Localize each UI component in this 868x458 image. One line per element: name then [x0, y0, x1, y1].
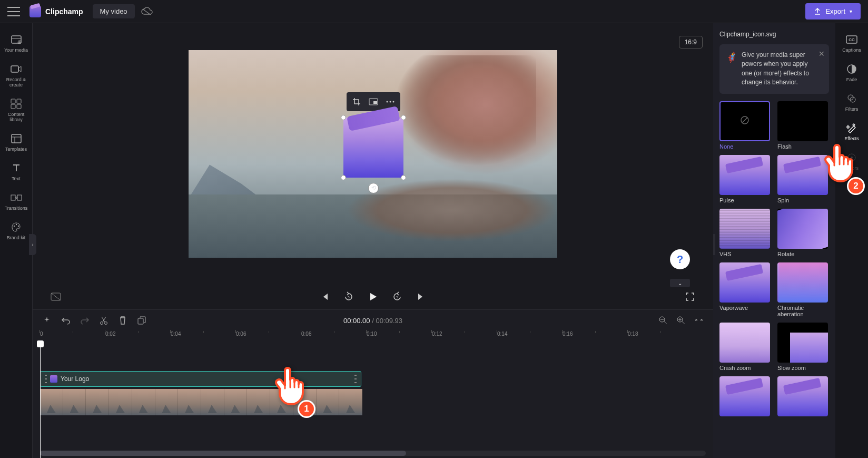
svg-rect-5	[11, 104, 15, 109]
skip-back-icon	[317, 289, 332, 304]
ruler-tick: 0:10	[367, 331, 377, 337]
svg-text:CC: CC	[849, 37, 855, 42]
timeline-scrollbar[interactable]	[40, 451, 706, 456]
media-icon	[9, 34, 23, 45]
zoom-out-icon[interactable]	[657, 315, 669, 326]
timeline-ruler[interactable]: 00:020:040:060:080:100:120:140:160:18	[33, 331, 713, 345]
cloud-sync-icon[interactable]	[141, 7, 153, 16]
magic-icon[interactable]	[41, 315, 53, 326]
effect-label: Spin	[777, 197, 829, 203]
effect-vhs[interactable]: VHS	[719, 209, 771, 257]
crop-icon[interactable]	[349, 94, 364, 109]
brand-name: Clipchamp	[45, 7, 83, 16]
delete-icon[interactable]	[117, 315, 129, 326]
superhero-emoji-icon: 🦸	[726, 51, 737, 87]
undo-icon[interactable]	[60, 315, 72, 326]
split-icon[interactable]	[98, 315, 110, 326]
effect-thumb	[777, 209, 828, 249]
rail-fade[interactable]: Fade	[835, 58, 868, 87]
duplicate-icon[interactable]	[136, 315, 147, 326]
timeline-time: 00:00.00 / 00:09.93	[343, 317, 402, 325]
sidebar-content-library[interactable]: Content library	[0, 93, 32, 128]
topbar: Clipchamp My video Export ▾	[0, 0, 868, 23]
sidebar-brand-kit[interactable]: Brand kit	[0, 216, 32, 246]
scrollbar-thumb[interactable]	[40, 451, 406, 456]
resize-handle[interactable]	[341, 115, 346, 120]
clip-handle-right[interactable]	[354, 375, 357, 383]
project-name-input[interactable]: My video	[93, 4, 135, 18]
rail-colors[interactable]: Colors	[835, 147, 868, 176]
svg-point-10	[13, 226, 14, 227]
zoom-in-icon[interactable]	[675, 315, 687, 326]
rail-effects[interactable]: Effects	[835, 117, 868, 147]
effect-label: Rotate	[777, 251, 829, 257]
fit-icon[interactable]	[693, 315, 705, 326]
logo-clip[interactable]: Your Logo	[40, 371, 361, 387]
resize-handle[interactable]	[341, 175, 346, 180]
hamburger-menu-icon[interactable]	[7, 7, 20, 16]
preview-area: 16:9 ⟲	[33, 23, 713, 284]
fullscreen-icon[interactable]	[683, 289, 697, 304]
close-icon[interactable]: ✕	[818, 48, 825, 59]
sidebar-templates[interactable]: Templates	[0, 128, 32, 157]
export-label: Export	[825, 7, 845, 15]
svg-point-22	[105, 322, 107, 325]
rail-filters[interactable]: Filters	[835, 87, 868, 117]
effect-pulse[interactable]: Pulse	[719, 155, 771, 203]
effect-vaporwave[interactable]: Vaporwave	[719, 262, 771, 317]
sidebar-record-create[interactable]: Record & create	[0, 58, 32, 93]
effect-flash[interactable]: Flash	[777, 101, 829, 150]
effect-rotate[interactable]: Rotate	[777, 209, 829, 257]
timeline-zoom	[657, 315, 705, 326]
playhead[interactable]	[40, 345, 41, 458]
collapse-panel-icon[interactable]: ›	[713, 234, 715, 255]
resize-handle[interactable]	[401, 115, 406, 120]
sidebar-transitions[interactable]: Transitions	[0, 187, 32, 216]
effect-thumb	[719, 376, 770, 416]
clipchamp-logo-icon	[343, 118, 403, 178]
clip-handle-left[interactable]	[45, 375, 47, 383]
svg-point-11	[15, 224, 16, 225]
pip-icon[interactable]	[366, 94, 381, 109]
effect-spin[interactable]: Spin	[777, 155, 829, 203]
library-icon	[9, 98, 23, 110]
rotate-handle[interactable]: ⟲	[368, 183, 379, 193]
sidebar-text[interactable]: Text	[0, 157, 32, 187]
rail-captions[interactable]: CC Captions	[835, 28, 868, 58]
effect-thumb	[777, 101, 828, 141]
ruler-tick: 0:12	[432, 331, 442, 337]
panel-title: Clipchamp_icon.svg	[719, 31, 829, 38]
skip-forward-icon[interactable]	[414, 289, 429, 304]
effect-slow-zoom[interactable]: Slow zoom	[777, 323, 829, 371]
play-button[interactable]	[366, 289, 380, 304]
effect-item[interactable]	[719, 376, 771, 418]
video-clip[interactable]	[40, 389, 362, 415]
sidebar-your-media[interactable]: Your media	[0, 28, 32, 58]
redo-icon[interactable]	[79, 315, 91, 326]
svg-point-17	[393, 101, 394, 102]
selected-media-overlay[interactable]: ⟲	[343, 118, 403, 178]
forward-icon[interactable]: 5	[390, 289, 405, 304]
aspect-ratio-badge[interactable]: 16:9	[679, 36, 703, 48]
hide-overlays-icon[interactable]	[48, 289, 63, 304]
ruler-tick: 0:04	[171, 331, 181, 337]
clipchamp-logo-icon	[29, 6, 41, 17]
effect-none[interactable]: None	[719, 101, 771, 150]
effect-item[interactable]	[777, 376, 829, 418]
effect-label: VHS	[719, 251, 771, 257]
rewind-icon[interactable]: 5	[341, 289, 356, 304]
effect-thumb	[777, 155, 828, 195]
filters-icon	[845, 93, 859, 104]
effect-crash-zoom[interactable]: Crash zoom	[719, 323, 771, 371]
preview-canvas[interactable]: ⟲	[189, 50, 557, 258]
svg-rect-2	[11, 66, 18, 72]
captions-icon: CC	[845, 34, 859, 45]
export-button[interactable]: Export ▾	[805, 3, 861, 20]
brand[interactable]: Clipchamp	[29, 6, 83, 17]
help-button[interactable]: ?	[670, 249, 690, 269]
effect-chromatic-aberration[interactable]: Chromatic aberration	[777, 262, 829, 317]
resize-handle[interactable]	[401, 175, 406, 180]
effect-label: Vaporwave	[719, 305, 771, 311]
center-area: 16:9 ⟲	[33, 23, 713, 458]
timeline-tracks[interactable]: Your Logo	[33, 345, 713, 423]
